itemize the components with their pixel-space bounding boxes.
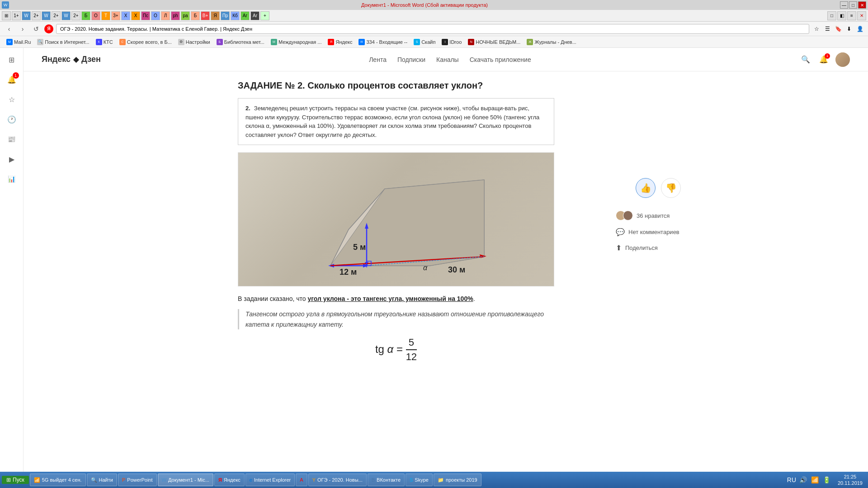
back-button[interactable]: ‹ <box>4 23 14 34</box>
refresh-button[interactable]: ↺ <box>31 23 42 34</box>
window-btn-2[interactable]: ◧ <box>837 11 846 20</box>
taskbar-ie[interactable]: e Internet Explorer <box>245 474 295 486</box>
reader-mode-icon[interactable]: ☰ <box>823 24 832 33</box>
sidebar-clock-icon[interactable]: 🕐 <box>4 111 20 127</box>
start-button[interactable]: ⊞ Пуск <box>2 476 29 484</box>
forward-button[interactable]: › <box>17 23 28 34</box>
address-input[interactable] <box>56 24 809 34</box>
start-label: Пуск <box>13 477 24 483</box>
dzen-logo[interactable]: Яндекс ◆ Дзен <box>42 55 101 64</box>
share-row[interactable]: ⬆ Поделиться <box>616 244 701 252</box>
taskbar-adobe[interactable]: A <box>296 474 307 486</box>
toolbar-icon-21[interactable]: В+ <box>201 11 210 20</box>
sidebar-news-icon[interactable]: 📰 <box>4 131 20 147</box>
toolbar-icon-12[interactable]: 3+ <box>111 11 120 20</box>
taskbar-right: RU 🔊 📶 🔋 21:25 20.11.2019 <box>787 474 866 487</box>
toolbar-icon-19[interactable]: pa <box>181 11 190 20</box>
window-close-btn[interactable]: ✕ <box>857 11 866 20</box>
clock-time: 21:25 <box>838 474 863 480</box>
toolbar-icon-16[interactable]: О <box>151 11 160 20</box>
toolbar-icon-22[interactable]: Я <box>211 11 220 20</box>
bookmark-search[interactable]: 🔍 Поиск в Интернет... <box>34 38 92 46</box>
dzen-search-button[interactable]: 🔍 <box>799 53 812 66</box>
toolbar-icon-25[interactable]: Аг <box>241 11 250 20</box>
tray-network[interactable]: 📶 <box>811 474 820 486</box>
taskbar-oge[interactable]: Y ОГЭ - 2020. Новы... <box>308 474 367 486</box>
bookmark-nochnye[interactable]: N НОЧНЫЕ ВЕДЬМ... <box>465 38 523 46</box>
toolbar-icon-15[interactable]: Пс <box>141 11 150 20</box>
thumbs-up-button[interactable]: 👍 <box>636 178 656 198</box>
minimize-btn[interactable]: — <box>840 1 848 9</box>
bookmark-icon[interactable]: 🔖 <box>834 24 843 33</box>
share-text: Поделиться <box>625 244 658 251</box>
toolbar-icon-24[interactable]: Кб <box>231 11 240 20</box>
sidebar-bell-icon[interactable]: 🔔 1 <box>4 71 20 88</box>
toolbar-icon-9[interactable]: Б <box>81 11 90 20</box>
taskbar-projects[interactable]: 📁 проекты 2019 <box>434 474 481 486</box>
bookmark-journals[interactable]: Ж Журналы - Днев... <box>524 38 579 46</box>
taskbar-wifi[interactable]: 📶 5G выйдет 4 сен. <box>30 474 86 486</box>
taskbar-find[interactable]: 🔍 Найти <box>87 474 117 486</box>
taskbar-powerpoint[interactable]: P PowerPoint <box>118 474 157 486</box>
toolbar-icon-2[interactable]: 1+ <box>12 11 21 20</box>
nav-podpiski[interactable]: Подписки <box>397 56 425 63</box>
taskbar-vk[interactable]: В ВКонтакте <box>368 474 405 486</box>
yandex-logo-btn[interactable]: Я <box>44 24 53 33</box>
dzen-user-avatar[interactable] <box>835 52 850 67</box>
toolbar-icon-5[interactable]: W <box>42 11 51 20</box>
bookmark-yandex[interactable]: Я Яндекс <box>325 38 355 46</box>
nav-download[interactable]: Скачать приложение <box>470 56 531 63</box>
toolbar-icon-14[interactable]: X <box>131 11 140 20</box>
bookmark-idroo[interactable]: I IDroo <box>439 38 464 46</box>
maximize-btn[interactable]: □ <box>849 1 857 9</box>
bookmark-kts[interactable]: К КТС <box>93 38 116 46</box>
bookmark-mail-inbox[interactable]: ✉ 334 - Входящие -- <box>356 38 410 46</box>
sidebar-chart-icon[interactable]: 📊 <box>4 171 20 187</box>
taskbar-yandex[interactable]: Я Яндекс <box>214 474 245 486</box>
toolbar-icon-10[interactable]: О <box>91 11 100 20</box>
sidebar-grid-icon[interactable]: ⊞ <box>4 52 20 68</box>
bookmark-star-icon[interactable]: ☆ <box>812 24 821 33</box>
toolbar-icon-3[interactable]: W <box>22 11 31 20</box>
toolbar-icon-13[interactable]: Х <box>121 11 130 20</box>
nav-lenta[interactable]: Лента <box>369 56 387 63</box>
toolbar-icon-7[interactable]: W <box>61 11 71 20</box>
toolbar-icon-20[interactable]: Б <box>191 11 200 20</box>
toolbar-icon-8[interactable]: 2+ <box>71 11 80 20</box>
article-body: ЗАДАНИЕ № 2. Сколько процентов составляе… <box>238 71 554 379</box>
toolbar-icon-23[interactable]: Пр <box>221 11 230 20</box>
toolbar-icon-18[interactable]: ph <box>171 11 180 20</box>
toolbar-icon-1[interactable]: ⊞ <box>2 11 11 20</box>
bookmark-skype[interactable]: S Скайп <box>411 38 438 46</box>
comments-row[interactable]: 💬 Нет комментариев <box>616 228 701 236</box>
toolbar-icon-26[interactable]: Аr <box>250 11 259 20</box>
toolbar-icon-4[interactable]: 2+ <box>32 11 41 20</box>
taskbar-clock[interactable]: 21:25 20.11.2019 <box>834 474 866 487</box>
tray-volume[interactable]: 🔊 <box>799 474 808 486</box>
sidebar-play-icon[interactable]: ▶ <box>4 151 20 167</box>
bookmark-mail-ru[interactable]: M Mail.Ru <box>4 38 33 46</box>
dzen-bell-button[interactable]: 🔔 1 <box>817 53 830 66</box>
window-btn-1[interactable]: □ <box>827 11 836 20</box>
download-icon[interactable]: ⬇ <box>844 24 854 33</box>
profile-icon[interactable]: 👤 <box>855 24 864 33</box>
bookmark-library[interactable]: Б Библиотека мет... <box>214 38 267 46</box>
close-btn[interactable]: ✕ <box>858 1 866 9</box>
bookmark-settings[interactable]: ⚙ Настройки <box>175 38 213 46</box>
international-favicon: М <box>271 39 277 45</box>
nav-kanaly[interactable]: Каналы <box>436 56 459 63</box>
taskbar-word[interactable]: W Документ1 - Mic... <box>158 474 213 486</box>
sidebar-star-icon[interactable]: ☆ <box>4 91 20 108</box>
toolbar-icon-17[interactable]: Л <box>161 11 170 20</box>
taskbar-skype[interactable]: S Skype <box>406 474 433 486</box>
toolbar-icon-6[interactable]: 2+ <box>52 11 61 20</box>
toolbar-icon-11[interactable]: Т <box>101 11 110 20</box>
tray-battery[interactable]: 🔋 <box>822 474 831 486</box>
window-btn-3[interactable]: ≡ <box>847 11 856 20</box>
bookmark-skoree[interactable]: С Скорее всего, в Б... <box>117 38 175 46</box>
thumbs-down-button[interactable]: 👎 <box>661 178 681 198</box>
tray-lang[interactable]: RU <box>787 474 796 486</box>
new-tab-btn[interactable]: + <box>260 11 269 20</box>
find-icon: 🔍 <box>91 477 97 483</box>
bookmark-international[interactable]: М Международная ... <box>268 38 325 46</box>
